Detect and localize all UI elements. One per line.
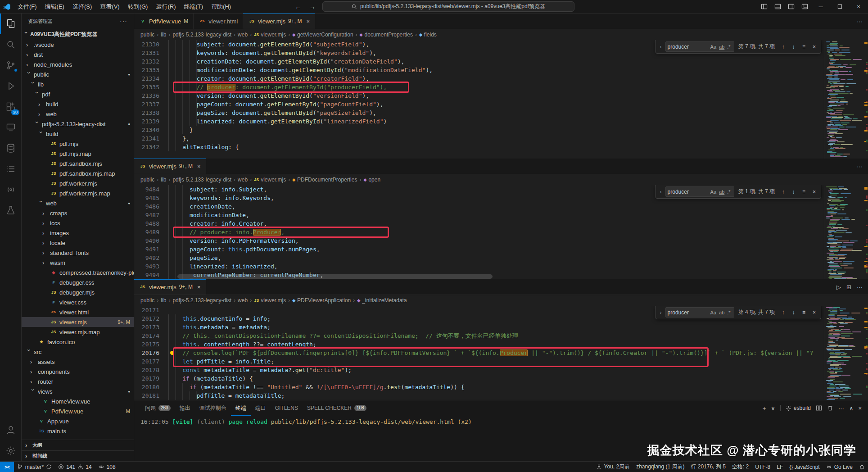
code-line-21338[interactable]: 21338pageSize: document.getElementById("… bbox=[134, 109, 824, 117]
find-prev-icon[interactable]: ↑ bbox=[779, 44, 787, 50]
find-prev-icon[interactable]: ↑ bbox=[779, 309, 787, 316]
tree-item-pdf[interactable]: ›pdf bbox=[22, 89, 134, 99]
terminal-output[interactable]: 16:12:05 [vite] (client) page reload pub… bbox=[134, 416, 868, 428]
whole-word-icon[interactable]: ab bbox=[718, 44, 726, 50]
minimap[interactable] bbox=[824, 306, 863, 400]
more-actions-icon[interactable]: ··· bbox=[838, 405, 844, 412]
code-line-9490[interactable]: 9490version: info.PDFFormatVersion, bbox=[134, 236, 824, 245]
tree-item-pdfjs-5.2.133-legacy-dist[interactable]: ›pdfjs-5.2.133-legacy-dist● bbox=[22, 119, 134, 129]
tree-item-public[interactable]: ›public● bbox=[22, 69, 134, 79]
panel-tab-端口[interactable]: 端口 bbox=[251, 400, 271, 416]
breadcrumb-public[interactable]: public bbox=[140, 297, 154, 304]
tree-item-wasm[interactable]: ›wasm bbox=[22, 258, 134, 268]
breadcrumb-pdfjs-5.2.133-legacy-dist[interactable]: pdfjs-5.2.133-legacy-dist bbox=[172, 32, 231, 38]
code-line-9486[interactable]: 9486creationDate, bbox=[134, 202, 824, 211]
layout-panel-icon[interactable] bbox=[771, 3, 784, 10]
go-live-button[interactable]: Go Live bbox=[823, 462, 856, 472]
layout-sidebar-icon[interactable] bbox=[757, 3, 771, 10]
tree-item-pdf.mjs.map[interactable]: ›JSpdf.mjs.map bbox=[22, 149, 134, 159]
encoding[interactable]: UTF-8 bbox=[752, 462, 773, 472]
tree-item-pdf.sandbox.mjs[interactable]: ›JSpdf.sandbox.mjs bbox=[22, 159, 134, 168]
find-input[interactable] bbox=[668, 189, 709, 195]
spell-checker-count[interactable]: 108 bbox=[95, 462, 119, 472]
panel-tab-输出[interactable]: 输出 bbox=[175, 400, 195, 416]
find-toggle-replace-icon[interactable]: › bbox=[658, 309, 664, 316]
breadcrumb-public[interactable]: public bbox=[140, 177, 154, 183]
command-center[interactable]: public/lib/pdfjs-5.2.133-legacy-dist/web… bbox=[322, 1, 574, 12]
code-line-9493[interactable]: 9493linearized: isLinearized, bbox=[134, 262, 824, 271]
code-editor-1[interactable]: 21330subject: document.getElementById("s… bbox=[134, 40, 824, 159]
match-case-icon[interactable]: Aa bbox=[709, 189, 718, 195]
tree-item-pdf.worker.mjs[interactable]: ›JSpdf.worker.mjs bbox=[22, 178, 134, 188]
code-editor-2[interactable]: 9484subject: info.Subject,9485keywords: … bbox=[134, 185, 824, 279]
menu-帮助(H)[interactable]: 帮助(H) bbox=[207, 1, 235, 13]
code-line-21336[interactable]: 21336version: document.getElementById("v… bbox=[134, 91, 824, 100]
find-close-icon[interactable]: × bbox=[810, 309, 818, 316]
indentation[interactable]: 空格: 2 bbox=[729, 462, 752, 472]
settings-gear-icon[interactable] bbox=[0, 440, 22, 461]
split-editor-action-icon[interactable]: ⊞ bbox=[846, 284, 851, 290]
tree-item-cmaps[interactable]: ›cmaps bbox=[22, 208, 134, 218]
find-next-icon[interactable]: ↓ bbox=[789, 44, 798, 50]
tree-item-web[interactable]: ›web bbox=[22, 109, 134, 119]
tree-item-build[interactable]: ›build bbox=[22, 129, 134, 139]
breadcrumb-viewer.mjs[interactable]: JSviewer.mjs bbox=[254, 177, 286, 183]
find-toggle-replace-icon[interactable]: › bbox=[658, 189, 664, 195]
code-line-9492[interactable]: 9492pageSize, bbox=[134, 254, 824, 262]
more-editor-action-icon[interactable]: ··· bbox=[857, 18, 863, 25]
find-in-selection-icon[interactable]: ≡ bbox=[800, 189, 808, 195]
new-terminal-icon[interactable]: + bbox=[763, 405, 766, 412]
tree-item-src[interactable]: ›src bbox=[22, 347, 134, 357]
code-line-21333[interactable]: 21333modificationDate: document.getEleme… bbox=[134, 66, 824, 74]
testing-icon[interactable] bbox=[0, 200, 22, 221]
breadcrumb-_initializeMetadata[interactable]: ◆_initializeMetadata bbox=[357, 297, 407, 304]
menu-文件(F)[interactable]: 文件(F) bbox=[14, 1, 41, 13]
terminal-dropdown-icon[interactable]: ∨ bbox=[771, 405, 775, 412]
breadcrumb-web[interactable]: web bbox=[238, 177, 248, 183]
breadcrumb-documentProperties[interactable]: ◆documentProperties bbox=[360, 32, 413, 38]
more-editor-action-icon[interactable]: ··· bbox=[857, 163, 863, 170]
find-input[interactable] bbox=[668, 309, 709, 316]
tree-item-dist[interactable]: ›dist bbox=[22, 50, 134, 59]
tree-item-components[interactable]: ›components bbox=[22, 367, 134, 377]
tab-close-icon[interactable]: × bbox=[197, 284, 201, 290]
tree-item-images[interactable]: ›images bbox=[22, 228, 134, 238]
find-toggle-replace-icon[interactable]: › bbox=[658, 44, 664, 50]
breadcrumb-lib[interactable]: lib bbox=[161, 297, 166, 304]
breadcrumb-viewer.mjs[interactable]: JSviewer.mjs bbox=[254, 297, 286, 304]
history-forward-icon[interactable]: → bbox=[308, 3, 317, 10]
code-line-9491[interactable]: 9491pageCount: this.pdfDocument.numPages… bbox=[134, 245, 824, 254]
menu-终端(T)[interactable]: 终端(T) bbox=[180, 1, 207, 13]
breadcrumb-fields[interactable]: ◆fields bbox=[419, 32, 437, 38]
explorer-icon[interactable] bbox=[0, 14, 22, 34]
close-button[interactable]: × bbox=[849, 0, 868, 13]
code-line-20178[interactable]: 20178const metadataTitle = metadata?.get… bbox=[134, 366, 824, 374]
terminal-tab-esbuild[interactable]: esbuild bbox=[786, 405, 811, 411]
breadcrumb-PDFDocumentProperties[interactable]: ◆PDFDocumentProperties bbox=[292, 177, 357, 183]
panel-tab-SPELL CHECKER[interactable]: SPELL CHECKER108 bbox=[303, 400, 371, 416]
breadcrumb-viewer.mjs[interactable]: JSviewer.mjs bbox=[254, 32, 286, 38]
tab-viewer.mjs[interactable]: JSviewer.mjs9+, M× bbox=[134, 159, 206, 174]
tab-PdfView.vue[interactable]: VPdfView.vueM bbox=[134, 14, 194, 29]
source-control-icon[interactable] bbox=[0, 55, 22, 76]
minimap[interactable] bbox=[824, 185, 863, 279]
eol-selector[interactable]: LF bbox=[773, 462, 786, 472]
regex-icon[interactable]: .* bbox=[726, 309, 732, 316]
kill-terminal-icon[interactable] bbox=[827, 405, 833, 411]
code-line-21335[interactable]: 21335// producer: document.getElementByI… bbox=[134, 83, 824, 91]
run-editor-action-icon[interactable]: ▷ bbox=[836, 284, 841, 290]
code-line-21337[interactable]: 21337pageCount: document.getElementById(… bbox=[134, 100, 824, 109]
blame-current-line[interactable]: You, 2周前 bbox=[593, 462, 633, 472]
search-icon[interactable] bbox=[0, 34, 22, 55]
tree-item-iccs[interactable]: ›iccs bbox=[22, 218, 134, 228]
tree-item-assets[interactable]: ›assets bbox=[22, 357, 134, 367]
outline-section[interactable]: ›大纲 bbox=[22, 440, 134, 450]
horizontal-scrollbar[interactable] bbox=[177, 274, 493, 279]
tree-item-main.ts[interactable]: ›TSmain.ts bbox=[22, 426, 134, 436]
cursor-position[interactable]: 行 20176, 列 5 bbox=[688, 462, 729, 472]
tree-item-lib[interactable]: ›lib bbox=[22, 79, 134, 89]
maximize-panel-icon[interactable]: ∧ bbox=[849, 405, 854, 412]
whole-word-icon[interactable]: ab bbox=[718, 189, 726, 195]
tree-item-web[interactable]: ›web● bbox=[22, 198, 134, 208]
minimize-button[interactable]: ─ bbox=[811, 0, 830, 13]
